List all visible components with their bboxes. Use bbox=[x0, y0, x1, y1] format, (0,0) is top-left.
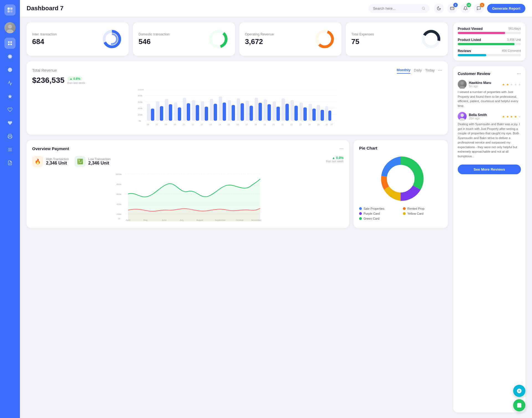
cart-float-btn[interactable] bbox=[513, 399, 525, 411]
svg-rect-1 bbox=[10, 7, 12, 10]
review-item-1: Bella Smith 20m ago ★ ★ ★ ★ ★ Dealing wi… bbox=[458, 112, 521, 158]
chat-btn[interactable]: 5 bbox=[474, 3, 484, 13]
legend-yellow-card: Yellow Card bbox=[403, 212, 442, 215]
stat-card-inter-transaction: Inter. transaction 684 bbox=[27, 22, 129, 56]
legend-dot-orange bbox=[403, 207, 406, 210]
payment-change-pct: 0.8% bbox=[336, 156, 344, 160]
svg-text:19: 19 bbox=[264, 123, 266, 126]
metric-value-views: 561/days bbox=[508, 27, 521, 31]
svg-rect-22 bbox=[450, 7, 454, 9]
review-item-0: Hawkins Maru 5m ago ★ ★ ★ ★ ★ I viewed a… bbox=[458, 80, 521, 108]
search-box[interactable] bbox=[369, 4, 429, 13]
avatar[interactable] bbox=[4, 22, 16, 33]
sidebar-item-settings[interactable] bbox=[4, 51, 16, 62]
sidebar-item-dashboard[interactable] bbox=[4, 38, 16, 49]
donut-chart-1 bbox=[101, 28, 123, 50]
sidebar-item-menu[interactable] bbox=[4, 144, 16, 155]
legend-label-sale: Sale Properties bbox=[364, 207, 384, 210]
reviewer-name-0: Hawkins Maru bbox=[469, 81, 491, 85]
see-more-reviews-btn[interactable]: See More Reviews bbox=[458, 165, 521, 174]
svg-rect-14 bbox=[9, 137, 11, 139]
payment-card: Overview Payment ··· 🔥 High Transaction … bbox=[27, 140, 349, 228]
low-value: 2,346 Unit bbox=[88, 161, 111, 166]
svg-rect-8 bbox=[8, 44, 9, 45]
sidebar-item-print[interactable] bbox=[4, 131, 16, 142]
payment-change: ▲ 0.8% than last week bbox=[326, 156, 344, 167]
metric-header-views: Product Viewed 561/days bbox=[458, 27, 521, 31]
metric-row-reviews: Reviews 456 Comment bbox=[458, 49, 521, 56]
svg-text:27: 27 bbox=[331, 123, 333, 126]
star-b3: ★ bbox=[510, 115, 513, 118]
payment-header: Overview Payment ··· bbox=[32, 146, 344, 152]
tab-monthly[interactable]: Monthly bbox=[397, 67, 411, 74]
stat-card-value-3: 3,672 bbox=[245, 37, 274, 46]
svg-text:12: 12 bbox=[201, 123, 203, 126]
sidebar-item-heart[interactable] bbox=[4, 104, 16, 115]
star-5: ★ bbox=[518, 83, 521, 86]
svg-rect-81 bbox=[308, 104, 312, 121]
sidebar-item-analytics[interactable] bbox=[4, 78, 16, 89]
svg-text:15: 15 bbox=[227, 123, 230, 126]
star-2: ★ bbox=[506, 83, 509, 86]
pie-legend: Sale Properties Rented Prop Purple Card bbox=[359, 207, 442, 220]
svg-text:21: 21 bbox=[281, 123, 283, 126]
svg-text:06: 06 bbox=[147, 123, 149, 126]
bell-btn[interactable]: 12 bbox=[461, 3, 470, 13]
tab-daily[interactable]: Daily bbox=[414, 67, 422, 73]
svg-rect-46 bbox=[151, 109, 154, 121]
star-1: ★ bbox=[502, 83, 505, 86]
tab-today[interactable]: Today bbox=[425, 67, 435, 73]
sidebar-item-favorites[interactable] bbox=[4, 91, 16, 102]
wallet-btn[interactable]: 2 bbox=[447, 3, 457, 13]
wallet-badge: 2 bbox=[453, 3, 458, 7]
svg-point-20 bbox=[422, 7, 424, 9]
support-float-btn[interactable] bbox=[513, 385, 525, 397]
stat-card-value-4: 75 bbox=[351, 37, 374, 46]
chat-badge: 5 bbox=[480, 3, 484, 7]
svg-text:200k: 200k bbox=[117, 213, 122, 216]
svg-rect-52 bbox=[178, 107, 181, 121]
generate-report-btn[interactable]: Generate Report bbox=[487, 4, 525, 13]
svg-text:16: 16 bbox=[237, 123, 239, 126]
reviewer-name-1: Bella Smith bbox=[469, 113, 487, 117]
svg-rect-2 bbox=[7, 10, 10, 12]
review-info-1: Bella Smith 20m ago bbox=[469, 113, 487, 120]
svg-text:800k: 800k bbox=[138, 94, 142, 97]
stat-card-info-2: Domestic transaction 546 bbox=[139, 32, 170, 46]
metric-bar-listed bbox=[458, 43, 521, 45]
floating-buttons bbox=[513, 385, 525, 411]
star-4: ★ bbox=[514, 83, 517, 86]
more-options-icon[interactable]: ··· bbox=[438, 67, 442, 73]
revenue-change-pct: 0.8% bbox=[73, 77, 80, 80]
reviews-header: Customer Review ··· bbox=[458, 71, 521, 76]
chat-icon bbox=[477, 6, 481, 11]
svg-rect-63 bbox=[228, 100, 231, 120]
moon-toggle-btn[interactable] bbox=[434, 3, 444, 13]
svg-text:23: 23 bbox=[299, 123, 301, 126]
review-stars-0: ★ ★ ★ ★ ★ bbox=[502, 82, 521, 87]
sidebar-item-document[interactable] bbox=[4, 157, 16, 168]
sidebar-item-info[interactable] bbox=[4, 64, 16, 75]
svg-point-132 bbox=[459, 118, 465, 121]
payment-stats: 🔥 High Transaction 2,346 Unit 💹 Low Tran… bbox=[32, 156, 344, 167]
svg-text:22: 22 bbox=[290, 123, 293, 126]
sidebar-item-heart-filled[interactable] bbox=[4, 117, 16, 129]
payment-title: Overview Payment bbox=[32, 146, 69, 151]
svg-line-21 bbox=[424, 9, 424, 9]
reviews-more-icon[interactable]: ··· bbox=[517, 71, 521, 76]
svg-text:400k: 400k bbox=[138, 107, 142, 110]
metric-header-reviews: Reviews 456 Comment bbox=[458, 49, 521, 53]
svg-rect-7 bbox=[11, 41, 12, 43]
app-logo bbox=[4, 4, 16, 16]
search-input[interactable] bbox=[373, 6, 420, 11]
svg-rect-61 bbox=[219, 96, 222, 121]
svg-rect-72 bbox=[267, 104, 271, 121]
svg-text:14: 14 bbox=[219, 123, 221, 126]
main-content: Dashboard 7 2 12 5 Generate Report bbox=[20, 0, 532, 418]
svg-rect-3 bbox=[10, 10, 12, 12]
donut-chart-4 bbox=[420, 28, 442, 50]
legend-sale-properties: Sale Properties bbox=[359, 207, 398, 210]
payment-more-icon[interactable]: ··· bbox=[339, 146, 344, 152]
svg-text:June: June bbox=[162, 219, 167, 221]
star-b2: ★ bbox=[506, 115, 509, 118]
